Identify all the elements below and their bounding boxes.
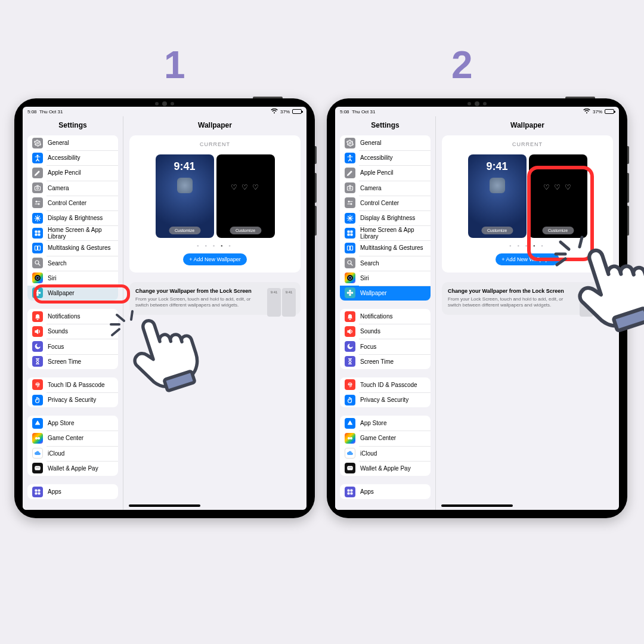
svg-point-54: [347, 292, 349, 294]
pencil-icon: [32, 168, 43, 178]
sidebar-item-display-brightness[interactable]: Display & Brightness: [27, 210, 118, 225]
customize-home-button[interactable]: Customize: [542, 227, 574, 234]
svg-point-33: [349, 155, 351, 156]
sidebar-item-multitasking-gestures[interactable]: Multitasking & Gestures: [27, 240, 118, 255]
sidebar-item-wallpaper[interactable]: Wallpaper: [27, 286, 118, 301]
game-icon: [345, 433, 355, 444]
sidebar-item-label: Multitasking & Gestures: [48, 244, 111, 251]
svg-rect-46: [351, 246, 353, 250]
page-dots[interactable]: ● ● ● ● ●: [135, 244, 295, 247]
hearts-icon: ♡ ♡ ♡: [216, 183, 275, 191]
sidebar-item-notifications[interactable]: Notifications: [27, 309, 118, 324]
sidebar-item-focus[interactable]: Focus: [340, 339, 431, 354]
sidebar-item-icloud[interactable]: iCloud: [27, 446, 118, 461]
sidebar-item-wallpaper[interactable]: Wallpaper: [340, 286, 431, 301]
customize-home-button[interactable]: Customize: [230, 227, 261, 234]
sidebar-item-apps[interactable]: Apps: [340, 484, 431, 499]
status-bar: 5:08 Thu Oct 31 37%: [23, 107, 306, 116]
sidebar-item-label: iCloud: [360, 450, 377, 457]
sidebar-item-touch-id-passcode[interactable]: Touch ID & Passcode: [340, 377, 431, 392]
switches-icon: [32, 197, 43, 208]
sidebar-item-apple-pencil[interactable]: Apple Pencil: [340, 165, 431, 180]
svg-rect-45: [348, 246, 350, 250]
sidebar-item-privacy-security[interactable]: Privacy & Security: [340, 392, 431, 407]
add-new-wallpaper-button[interactable]: + Add New Wallpaper: [496, 253, 559, 265]
sidebar-item-label: Accessibility: [48, 154, 80, 161]
multi-icon: [345, 243, 355, 253]
heart-icon: [177, 178, 193, 193]
sidebar-item-label: Touch ID & Passcode: [360, 382, 417, 388]
sidebar-item-notifications[interactable]: Notifications: [340, 309, 431, 324]
sidebar-item-camera[interactable]: Camera: [340, 181, 431, 196]
sidebar-item-siri[interactable]: Siri: [27, 271, 118, 286]
settings-sidebar: Settings GeneralAccessibilityApple Penci…: [23, 116, 123, 510]
sidebar-item-accessibility[interactable]: Accessibility: [27, 150, 118, 165]
sidebar-item-label: Sounds: [360, 328, 380, 335]
sidebar-item-label: Privacy & Security: [48, 397, 96, 403]
detail-pane: Wallpaper CURRENT 9:41 Customize ♡ ♡ ♡: [123, 116, 306, 510]
add-new-wallpaper-button[interactable]: + Add New Wallpaper: [183, 253, 246, 265]
svg-rect-60: [348, 490, 349, 491]
hint-illustration: 9:419:41: [267, 288, 296, 317]
svg-point-40: [349, 217, 351, 219]
svg-rect-43: [348, 234, 349, 236]
sidebar-item-siri[interactable]: Siri: [340, 271, 431, 286]
sidebar-item-accessibility[interactable]: Accessibility: [340, 150, 431, 165]
sidebar-item-search[interactable]: Search: [340, 256, 431, 271]
sidebar-item-wallet-apple-pay[interactable]: Wallet & Apple Pay: [340, 461, 431, 476]
sidebar-item-camera[interactable]: Camera: [27, 181, 118, 196]
home-preview[interactable]: ♡ ♡ ♡ Customize: [529, 154, 587, 238]
lock-preview[interactable]: 9:41 Customize: [156, 154, 214, 238]
customize-lock-button[interactable]: Customize: [169, 227, 200, 234]
sidebar-item-game-center[interactable]: Game Center: [27, 431, 118, 445]
sidebar-item-app-store[interactable]: App Store: [27, 416, 118, 431]
sidebar-item-home-screen-app-library[interactable]: Home Screen & App Library: [340, 225, 431, 240]
sidebar-item-app-store[interactable]: App Store: [340, 416, 431, 431]
sidebar-item-search[interactable]: Search: [27, 256, 118, 271]
sidebar-item-icloud[interactable]: iCloud: [340, 446, 431, 461]
sidebar-item-sounds[interactable]: Sounds: [27, 324, 118, 339]
home-preview[interactable]: ♡ ♡ ♡ Customize: [216, 154, 275, 238]
appstore-icon: [32, 418, 43, 429]
sidebar-item-touch-id-passcode[interactable]: Touch ID & Passcode: [27, 377, 118, 392]
current-wallpaper-card: CURRENT 9:41 Customize ♡ ♡ ♡ Customize: [129, 135, 301, 273]
sidebar-item-multitasking-gestures[interactable]: Multitasking & Gestures: [340, 240, 431, 255]
siri-icon: [32, 273, 43, 283]
sidebar-item-general[interactable]: General: [340, 135, 431, 150]
sidebar-item-apple-pencil[interactable]: Apple Pencil: [27, 165, 118, 180]
sidebar-item-screen-time[interactable]: Screen Time: [340, 354, 431, 369]
sidebar-item-privacy-security[interactable]: Privacy & Security: [27, 392, 118, 407]
svg-point-56: [348, 437, 350, 439]
sidebar-item-sounds[interactable]: Sounds: [340, 324, 431, 339]
sidebar-item-label: Screen Time: [360, 358, 394, 365]
sidebar-item-home-screen-app-library[interactable]: Home Screen & App Library: [27, 225, 118, 240]
customize-lock-button[interactable]: Customize: [481, 227, 513, 234]
sidebar-item-label: Home Screen & App Library: [360, 227, 426, 240]
sidebar-item-screen-time[interactable]: Screen Time: [27, 354, 118, 369]
svg-point-55: [351, 292, 353, 294]
sidebar-item-label: General: [360, 140, 382, 146]
home-indicator[interactable]: [129, 504, 200, 507]
page-dots[interactable]: ● ● ● ● ●: [448, 244, 607, 247]
sidebar-item-label: Game Center: [48, 435, 83, 441]
sidebar-item-general[interactable]: General: [27, 135, 118, 150]
sidebar-item-game-center[interactable]: Game Center: [340, 431, 431, 445]
sidebar-item-control-center[interactable]: Control Center: [27, 196, 118, 210]
sidebar-item-display-brightness[interactable]: Display & Brightness: [340, 210, 431, 225]
moon-icon: [345, 341, 355, 352]
hand-icon: [345, 395, 355, 405]
sidebar-item-wallet-apple-pay[interactable]: Wallet & Apple Pay: [27, 461, 118, 476]
svg-rect-63: [351, 493, 352, 494]
sidebar-item-focus[interactable]: Focus: [27, 339, 118, 354]
svg-point-36: [348, 201, 349, 202]
sidebar-item-apps[interactable]: Apps: [27, 484, 118, 499]
sidebar-item-label: Wallpaper: [48, 290, 75, 296]
lock-preview[interactable]: 9:41 Customize: [468, 154, 527, 238]
sidebar-item-control-center[interactable]: Control Center: [340, 196, 431, 210]
heart-icon: [490, 178, 505, 193]
speaker-icon: [32, 326, 43, 337]
svg-line-48: [351, 264, 353, 266]
settings-sidebar: Settings GeneralAccessibilityApple Penci…: [335, 116, 435, 510]
sidebar-item-label: Notifications: [360, 313, 392, 320]
home-indicator[interactable]: [441, 504, 513, 507]
